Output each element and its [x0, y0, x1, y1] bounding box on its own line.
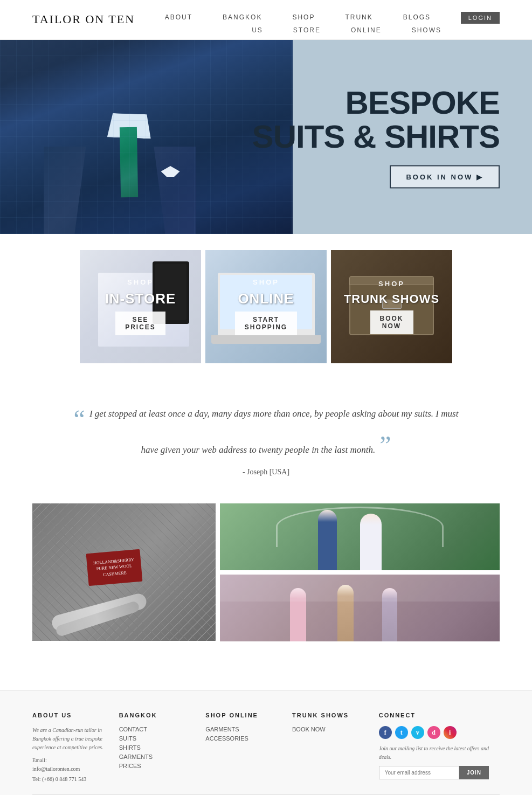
nav-about-main[interactable]: ABOUT [165, 13, 192, 21]
nav-sub-bangkok[interactable]: STORE [278, 26, 336, 34]
footer-link-shop-garments[interactable]: GARMENTS [205, 726, 281, 732]
tile-instore-main: IN-STORE [105, 291, 176, 307]
footer-bangkok-col: BANGKOK CONTACT SUITS SHIRTS GARMENTS PR… [119, 712, 206, 784]
gallery-right-column [220, 503, 500, 641]
tile-online-cta[interactable]: START SHOPPING [235, 312, 297, 335]
nav-bangkok-main[interactable]: BANGKOK [223, 13, 262, 21]
shop-tiles-section: SHOP IN-STORE SEE PRICES SHOP ONLINE STA… [0, 234, 532, 379]
hero-content: BESPOKE SUITS & SHIRTS BOOK IN NOW ▶ [252, 86, 500, 189]
tile-trunk-shop: SHOP [378, 280, 405, 288]
quote-close-icon: ” [379, 431, 391, 459]
nav-sub-shop[interactable]: ONLINE [336, 26, 397, 34]
hero-image [0, 40, 293, 234]
footer: ABOUT US We are a Canadian-run tailor in… [0, 690, 532, 795]
tile-trunk[interactable]: SHOP TRUNK SHOWS BOOK NOW [331, 250, 452, 363]
footer-about-text: We are a Canadian-run tailor in Bangkok … [32, 726, 108, 752]
dribbble-icon[interactable]: d [427, 726, 440, 739]
nav-about[interactable]: ABOUT [150, 13, 208, 21]
footer-trunk-col: TRUNK SHOWS BOOK NOW [292, 712, 379, 784]
testimonial-quote: “ I get stopped at least once a day, man… [65, 406, 467, 458]
header: Tailor on Ten ABOUT BANGKOK SHOP TRUNK B… [0, 0, 532, 40]
footer-link-book-now[interactable]: BOOK NOW [292, 726, 368, 732]
nav-sub-row: US STORE ONLINE SHOWS [0, 26, 532, 39]
nav-bangkok[interactable]: BANGKOK [208, 13, 277, 21]
tile-online-cta1: START [245, 316, 287, 323]
nav-sub-trunk[interactable]: SHOWS [397, 26, 457, 34]
tile-online-main: ONLINE [238, 291, 294, 307]
footer-email-value: info@tailoronten.com [32, 765, 108, 773]
gallery-section: HOLLAND&SHERRYPURE NEW WOOLCASHMERE [0, 498, 532, 663]
nav-shop[interactable]: SHOP [277, 13, 330, 21]
nav-trunk-main[interactable]: TRUNK [345, 13, 372, 21]
tile-trunk-main: TRUNK SHOWS [344, 292, 439, 306]
join-button[interactable]: JOIN [459, 766, 489, 779]
nav-shop-main[interactable]: SHOP [292, 13, 315, 21]
footer-link-prices[interactable]: PRICES [119, 763, 195, 769]
footer-link-contact[interactable]: CONTACT [119, 726, 195, 732]
nav-trunk[interactable]: TRUNK [330, 13, 388, 21]
tile-instore-cta1: SEE [125, 316, 156, 323]
tile-trunk-cta2: NOW [380, 322, 404, 330]
testimonial-text: I get stopped at least once a day, many … [89, 409, 458, 455]
footer-link-garments[interactable]: GARMENTS [119, 753, 195, 760]
footer-link-suits[interactable]: SUITS [119, 735, 195, 742]
nav-sub-about[interactable]: US [237, 26, 278, 34]
tile-online-shop: SHOP [253, 278, 279, 286]
hero-line2: SUITS & SHIRTS [252, 120, 500, 154]
footer-trunk-title: TRUNK SHOWS [292, 712, 368, 718]
gallery-fabric-image: HOLLAND&SHERRYPURE NEW WOOLCASHMERE [32, 503, 216, 641]
tile-instore-cta2: PRICES [125, 323, 156, 331]
footer-shop-col: SHOP ONLINE GARMENTS ACCESSORIES [205, 712, 292, 784]
footer-connect-text: Join our mailing list to receive the lat… [379, 744, 489, 762]
email-signup-form: JOIN [379, 766, 489, 779]
tile-instore-cta[interactable]: SEE PRICES [115, 312, 165, 335]
book-now-label: BOOK IN NOW [406, 173, 473, 181]
testimonial-author: - Joseph [USA] [65, 468, 467, 476]
main-nav: ABOUT BANGKOK SHOP TRUNK BLOGS [150, 13, 446, 21]
footer-link-accessories[interactable]: ACCESSORIES [205, 735, 281, 742]
tile-online[interactable]: SHOP ONLINE START SHOPPING [205, 250, 327, 363]
login-area: LOGIN [461, 11, 500, 24]
book-now-arrow: ▶ [476, 173, 483, 181]
footer-email-label: Email: [32, 756, 108, 765]
tile-trunk-cta1: BOOK [380, 315, 404, 322]
tile-trunk-cta[interactable]: BOOK NOW [370, 310, 413, 334]
email-signup-input[interactable] [379, 766, 459, 779]
tile-instore-overlay: SHOP IN-STORE SEE PRICES [80, 250, 201, 363]
hero-section: BESPOKE SUITS & SHIRTS BOOK IN NOW ▶ [0, 40, 532, 234]
nav-blogs[interactable]: BLOGS [388, 13, 446, 21]
instagram-icon[interactable]: i [444, 726, 457, 739]
spacer [0, 663, 532, 690]
hero-line1: BESPOKE [252, 86, 500, 120]
twitter-icon[interactable]: t [395, 726, 408, 739]
tile-instore[interactable]: SHOP IN-STORE SEE PRICES [80, 250, 201, 363]
login-button[interactable]: LOGIN [461, 12, 500, 24]
footer-bangkok-title: BANGKOK [119, 712, 195, 718]
facebook-icon[interactable]: f [379, 726, 392, 739]
footer-tel: Tel: (+66) 0 848 771 543 [32, 775, 108, 784]
social-icons-row: f t v d i [379, 726, 489, 739]
footer-shop-title: SHOP ONLINE [205, 712, 281, 718]
tile-online-overlay: SHOP ONLINE START SHOPPING [205, 250, 327, 363]
book-now-button[interactable]: BOOK IN NOW ▶ [390, 165, 500, 189]
tile-trunk-overlay: SHOP TRUNK SHOWS BOOK NOW [331, 250, 452, 363]
footer-link-shirts[interactable]: SHIRTS [119, 744, 195, 751]
footer-connect-title: CONNECT [379, 712, 489, 718]
gallery-fitting-image [220, 575, 500, 641]
testimonial-section: “ I get stopped at least once a day, man… [0, 379, 532, 498]
footer-grid: ABOUT US We are a Canadian-run tailor in… [32, 712, 500, 784]
footer-about-title: ABOUT US [32, 712, 108, 718]
tile-instore-shop: SHOP [127, 278, 154, 286]
tile-online-cta2: SHOPPING [245, 323, 287, 331]
quote-open-icon: “ [74, 405, 85, 433]
vimeo-icon[interactable]: v [411, 726, 424, 739]
logo[interactable]: Tailor on Ten [32, 12, 135, 26]
footer-connect-col: CONNECT f t v d i Join our mailing list … [379, 712, 500, 784]
footer-about-col: ABOUT US We are a Canadian-run tailor in… [32, 712, 119, 784]
gallery-wedding-image [220, 503, 500, 570]
hero-title: BESPOKE SUITS & SHIRTS [252, 86, 500, 154]
nav-blogs-main[interactable]: BLOGS [403, 13, 431, 21]
